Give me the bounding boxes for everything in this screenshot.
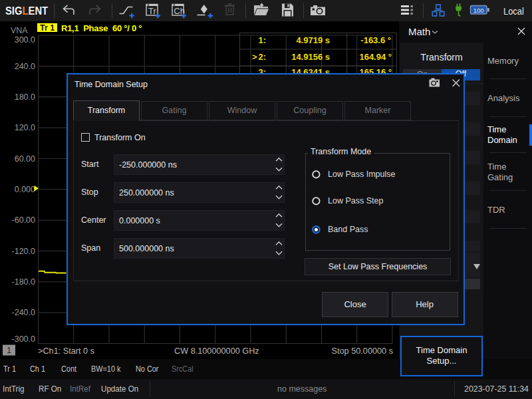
svg-text:180.0: 180.0 [15, 92, 35, 102]
svg-text:100: 100 [473, 7, 484, 14]
svg-text:>: > [252, 52, 257, 62]
svg-text:-120.0: -120.0 [12, 247, 35, 256]
svg-text:Tr: Tr [148, 6, 156, 16]
svg-text:-163.6 °: -163.6 ° [360, 35, 391, 45]
svg-text:164.94 °: 164.94 ° [359, 52, 392, 62]
svg-text:-60.00: -60.00 [12, 215, 35, 225]
svg-text:-300.0: -300.0 [12, 334, 35, 344]
svg-text:Stop 50.00000 s: Stop 50.00000 s [332, 346, 393, 356]
svg-text:2:: 2: [258, 52, 266, 62]
svg-text:R1,1 Phase 60 °/ 0 °: R1,1 Phase 60 °/ 0 ° [61, 23, 142, 33]
svg-text:-180.0: -180.0 [12, 277, 35, 287]
svg-text:0.000: 0.000 [15, 185, 35, 194]
svg-text:300.0: 300.0 [15, 35, 35, 45]
svg-text:240.0: 240.0 [15, 62, 35, 71]
svg-text:14.9156 s: 14.9156 s [291, 52, 330, 62]
svg-text:-240.0: -240.0 [12, 308, 35, 317]
svg-text:>Ch1: Start 0 s: >Ch1: Start 0 s [38, 346, 94, 356]
svg-text:VNA: VNA [11, 26, 28, 35]
svg-text:1:: 1: [258, 35, 266, 45]
svg-text:1: 1 [7, 346, 11, 355]
svg-text:120.0: 120.0 [15, 123, 35, 132]
svg-text:60.00: 60.00 [15, 154, 35, 164]
svg-text:CW 8.100000000 GHz: CW 8.100000000 GHz [174, 346, 259, 356]
svg-text:4.9719 s: 4.9719 s [296, 35, 330, 45]
svg-text:Tr 1: Tr 1 [40, 23, 55, 33]
